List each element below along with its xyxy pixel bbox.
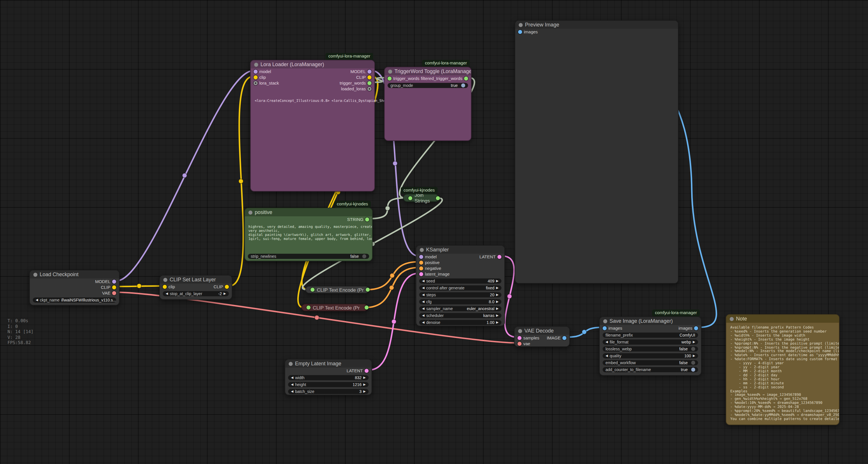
port-lora_stack-input-dot[interactable]: [254, 81, 258, 85]
decrement-arrow-icon[interactable]: ◀: [291, 390, 293, 393]
port-IMAGE-output-dot[interactable]: [562, 336, 566, 340]
node-triggerword-toggle[interactable]: comfyui-lora-managerTriggerWord Toggle (…: [384, 67, 471, 141]
increment-arrow-icon[interactable]: ▶: [364, 383, 366, 386]
port-CLIP-output-dot[interactable]: [112, 285, 116, 289]
port-trigger_words-input[interactable]: trigger_words: [388, 76, 420, 81]
collapse-dot-icon[interactable]: [388, 69, 392, 74]
toggle-knob[interactable]: [461, 83, 465, 87]
node-titlebar[interactable]: Lora Loader (LoraManager): [251, 60, 374, 68]
port-trigger_words-output-dot[interactable]: [367, 81, 371, 85]
widget-width[interactable]: ◀width832▶: [288, 375, 369, 380]
port-vae-input-dot[interactable]: [518, 342, 522, 346]
node-titlebar[interactable]: TriggerWord Toggle (LoraManager): [385, 67, 471, 76]
widget-batch_size[interactable]: ◀batch_size3▶: [288, 388, 369, 394]
port-samples-input[interactable]: samples: [518, 335, 539, 340]
node-graph-canvas[interactable]: Load CheckpointMODELCLIPVAE◀ckpt_nameil\…: [0, 0, 868, 464]
port-clip-input-dot[interactable]: [163, 285, 167, 289]
port-trigger_words-output[interactable]: trigger_words: [340, 80, 371, 85]
port-loaded_loras-output-dot[interactable]: [367, 87, 371, 91]
collapse-dot-icon[interactable]: [163, 278, 167, 282]
port-CLIP-output[interactable]: CLIP: [214, 284, 229, 289]
widget-cfg[interactable]: ◀cfg8.0▶: [419, 299, 501, 304]
port-STRING-output[interactable]: STRING: [347, 216, 369, 222]
collapse-dot-icon[interactable]: [519, 23, 523, 27]
port-IMAGE-output[interactable]: IMAGE: [547, 335, 566, 340]
increment-arrow-icon[interactable]: ▶: [693, 354, 695, 357]
port-clip-input[interactable]: clip: [254, 75, 266, 80]
increment-arrow-icon[interactable]: ▶: [364, 376, 366, 379]
node-vae-decode[interactable]: VAE DecodesamplesIMAGEvae: [514, 326, 570, 347]
decrement-arrow-icon[interactable]: ◀: [606, 340, 608, 344]
port-VAE-output-dot[interactable]: [112, 291, 116, 295]
port-MODEL-output-dot[interactable]: [112, 279, 116, 283]
port-images-input-dot[interactable]: [518, 30, 522, 34]
decrement-arrow-icon[interactable]: ◀: [422, 293, 424, 297]
port-latent_image-input-dot[interactable]: [419, 272, 423, 276]
toggle-knob[interactable]: [691, 368, 695, 372]
port-model-input-dot[interactable]: [254, 69, 258, 74]
increment-arrow-icon[interactable]: ▶: [496, 321, 499, 324]
port-model-input-dot[interactable]: [419, 255, 423, 259]
toggle-knob[interactable]: [691, 361, 695, 365]
port-samples-input-dot[interactable]: [518, 336, 522, 340]
collapsed-output-dot[interactable]: [366, 288, 370, 292]
node-titlebar[interactable]: positive: [245, 208, 372, 216]
widget-denoise[interactable]: ◀denoise1.00▶: [419, 320, 501, 325]
node-save-image[interactable]: comfyui-lora-managerSave Image (LoraMana…: [599, 316, 702, 376]
collapsed-output-dot[interactable]: [436, 196, 440, 200]
node-preview-image[interactable]: Preview Imageimages: [515, 20, 679, 284]
port-LATENT-output-dot[interactable]: [365, 369, 369, 373]
widget-filename_prefix[interactable]: filename_prefixComfyUI: [602, 332, 698, 338]
node-positive[interactable]: comfyui-kjnodespositiveSTRINGhighres, ve…: [244, 208, 373, 261]
increment-arrow-icon[interactable]: ▶: [496, 307, 499, 310]
decrement-arrow-icon[interactable]: ◀: [422, 307, 424, 310]
node-lora-loader[interactable]: comfyui-lora-managerLora Loader (LoraMan…: [250, 60, 375, 192]
port-model-input[interactable]: model: [419, 254, 437, 259]
port-STRING-output-dot[interactable]: [365, 217, 369, 221]
increment-arrow-icon[interactable]: ▶: [496, 293, 499, 297]
toggle-knob[interactable]: [362, 254, 366, 258]
port-images-input-dot[interactable]: [602, 326, 607, 330]
collapse-dot-icon[interactable]: [420, 248, 424, 252]
port-filtered_trigger_words-output-dot[interactable]: [464, 76, 468, 80]
node-note[interactable]: NoteAvailable filename_prefix Pattern Co…: [726, 314, 840, 425]
decrement-arrow-icon[interactable]: ◀: [291, 383, 293, 386]
widget-add_counter_to_filename[interactable]: add_counter_to_filenametrue: [602, 367, 698, 372]
port-images-input[interactable]: images: [518, 29, 538, 34]
decrement-arrow-icon[interactable]: ◀: [422, 279, 424, 283]
widget-embed_workflow[interactable]: embed_workflowfalse: [602, 360, 698, 365]
decrement-arrow-icon[interactable]: ◀: [422, 314, 424, 317]
collapse-dot-icon[interactable]: [289, 361, 293, 366]
collapse-dot-icon[interactable]: [254, 62, 258, 66]
port-filtered_trigger_words-output[interactable]: filtered_trigger_words: [421, 76, 468, 81]
decrement-arrow-icon[interactable]: ◀: [165, 292, 168, 295]
port-trigger_words-input-dot[interactable]: [388, 76, 392, 80]
decrement-arrow-icon[interactable]: ◀: [422, 300, 424, 303]
node-clip-text-encode-pos[interactable]: CLIP Text Encode (Pr: [305, 286, 369, 293]
widget-height[interactable]: ◀height1216▶: [288, 382, 369, 387]
node-titlebar[interactable]: KSampler: [416, 246, 504, 254]
node-empty-latent[interactable]: Empty Latent ImageLATENT◀width832▶◀heigh…: [285, 359, 372, 395]
node-titlebar[interactable]: Note: [726, 315, 839, 323]
node-load-checkpoint[interactable]: Load CheckpointMODELCLIPVAE◀ckpt_nameil\…: [29, 270, 120, 306]
port-LATENT-output[interactable]: LATENT: [479, 254, 501, 259]
collapsed-input-dot[interactable]: [311, 288, 314, 292]
node-titlebar[interactable]: Preview Image: [515, 21, 678, 29]
widget-stop_at_clip_layer[interactable]: ◀stop_at_clip_layer-2▶: [163, 291, 229, 296]
toggle-knob[interactable]: [691, 347, 695, 351]
increment-arrow-icon[interactable]: ▶: [224, 292, 226, 295]
increment-arrow-icon[interactable]: ▶: [496, 300, 499, 303]
port-MODEL-output-dot[interactable]: [367, 69, 371, 74]
collapse-dot-icon[interactable]: [518, 329, 522, 333]
port-VAE-output[interactable]: VAE: [102, 290, 116, 295]
increment-arrow-icon[interactable]: ▶: [496, 314, 499, 317]
port-images-output-dot[interactable]: [694, 326, 698, 330]
increment-arrow-icon[interactable]: ▶: [364, 390, 366, 393]
widget-file_format[interactable]: ◀file_formatwebp▶: [602, 339, 698, 345]
widget-sampler_name[interactable]: ◀sampler_nameeuler_ancestral▶: [419, 306, 501, 311]
widget-strip_newlines[interactable]: strip_newlinesfalse: [248, 254, 369, 259]
widget-lossless_webp[interactable]: lossless_webpfalse: [602, 346, 698, 351]
node-titlebar[interactable]: CLIP Set Last Layer: [160, 276, 232, 284]
widget-ckpt_name[interactable]: ◀ckpt_nameil\waiNSFWIllustrious_v110.s..…: [33, 297, 116, 302]
port-lora_stack-input[interactable]: lora_stack: [254, 80, 279, 85]
